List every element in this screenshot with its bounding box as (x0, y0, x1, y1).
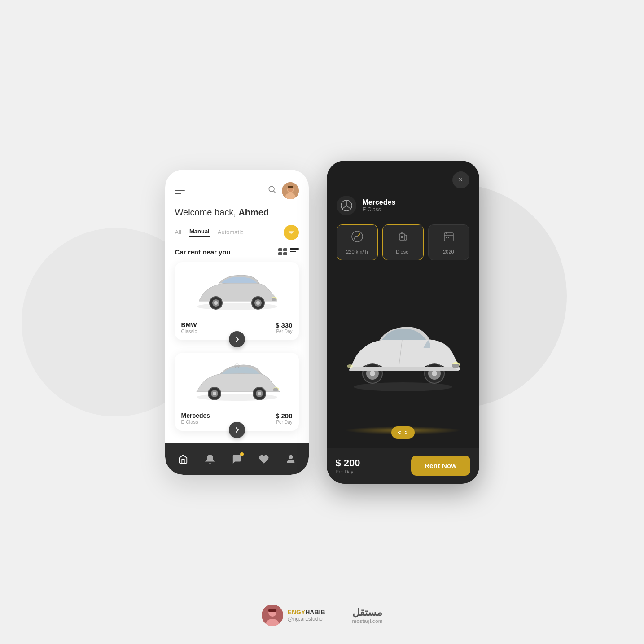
nav-home[interactable] (175, 451, 192, 468)
phone-light: Welcome back, Ahmed All Manual Automatic… (165, 170, 309, 475)
fuel-icon (397, 230, 409, 245)
menu-icon[interactable] (175, 188, 185, 194)
svg-point-0 (269, 186, 274, 192)
phone-dark: × Mercedes E Class (327, 161, 479, 484)
grid-view-icon[interactable] (278, 248, 287, 255)
svg-point-16 (256, 301, 260, 305)
svg-rect-18 (272, 298, 276, 301)
specs-row: 220 km/ h Diesel (337, 224, 469, 260)
svg-point-25 (258, 392, 261, 395)
search-icon[interactable] (267, 185, 276, 196)
svg-point-37 (356, 236, 358, 237)
brand-info: Mercedes E Class (363, 198, 396, 213)
spec-speed[interactable]: 220 km/ h (337, 224, 378, 260)
welcome-text: Welcome back, Ahmed (175, 207, 299, 218)
creator-handle: @ng.art.studio (288, 616, 325, 622)
svg-line-34 (342, 206, 346, 209)
tab-all[interactable]: All (175, 229, 181, 236)
creator-avatar (262, 605, 283, 626)
svg-rect-45 (448, 237, 449, 238)
dark-mercedes-svg (340, 320, 466, 392)
bmw-arrow-btn[interactable] (229, 331, 245, 347)
car-name-mercedes: Mercedes (181, 412, 210, 419)
svg-rect-7 (288, 231, 294, 232)
car-type-bmw: Classic (181, 329, 197, 334)
bottom-nav (165, 443, 309, 475)
svg-point-13 (214, 301, 218, 305)
car-price-bmw: $ 330 (276, 321, 293, 329)
price-block: $ 200 Per Day (336, 457, 360, 474)
svg-line-35 (346, 206, 351, 209)
header-right (267, 182, 299, 199)
brand-name: Mercedes (363, 198, 396, 206)
speedometer-icon (351, 230, 364, 245)
bmw-image (181, 267, 293, 317)
car-nav-button[interactable]: < > (391, 426, 415, 439)
svg-rect-9 (290, 233, 292, 234)
svg-rect-8 (289, 232, 293, 233)
filter-button[interactable] (284, 225, 299, 240)
close-button[interactable]: × (452, 171, 469, 188)
bmw-car-svg (190, 271, 284, 313)
svg-rect-6 (288, 186, 293, 188)
spec-fuel[interactable]: Diesel (382, 224, 424, 260)
svg-point-46 (354, 382, 452, 391)
filter-tabs: All Manual Automatic (175, 225, 299, 240)
car-card-mercedes: Mercedes E Class $ 200 Per Day (175, 353, 299, 431)
spec-speed-label: 220 km/ h (346, 249, 368, 254)
svg-rect-39 (401, 236, 403, 238)
section-header: Car rent near you (175, 248, 299, 256)
nav-favorites[interactable] (255, 451, 272, 468)
list-view-icon[interactable] (290, 248, 299, 255)
tab-automatic[interactable]: Automatic (218, 229, 244, 236)
brand-class: E Class (363, 206, 396, 213)
spec-year[interactable]: 2020 (428, 224, 469, 260)
svg-point-22 (213, 392, 216, 395)
car-price-mercedes: $ 200 (276, 412, 293, 420)
spec-fuel-label: Diesel (396, 249, 410, 254)
svg-point-31 (289, 455, 292, 458)
mercedes-arrow-btn[interactable] (229, 422, 245, 438)
message-badge (240, 452, 244, 456)
dark-per-day: Per Day (336, 469, 360, 474)
mercedes-car-svg (190, 361, 284, 404)
svg-rect-58 (452, 364, 459, 368)
mostaql-logo: مستقل mostaql.com (352, 607, 383, 624)
avatar[interactable] (282, 182, 299, 199)
svg-rect-62 (268, 609, 276, 612)
nav-notifications[interactable] (202, 451, 219, 468)
tab-manual[interactable]: Manual (189, 228, 210, 237)
brand-logo (337, 196, 356, 215)
view-icons (278, 248, 299, 255)
dark-bottom-bar: $ 200 Per Day Rent Now (327, 448, 479, 484)
car-type-mercedes: E Class (181, 419, 210, 425)
calendar-icon (442, 230, 455, 245)
prev-icon: < (398, 429, 401, 436)
creator-name: ENGYHABIB (288, 609, 325, 616)
phones-container: Welcome back, Ahmed All Manual Automatic… (165, 161, 479, 484)
rent-now-button[interactable]: Rent Now (411, 456, 470, 476)
mercedes-image (181, 358, 293, 407)
footer: ENGYHABIB @ng.art.studio مستقل mostaql.c… (262, 605, 383, 626)
creator-info: ENGYHABIB @ng.art.studio (262, 605, 325, 626)
car-name-bmw: BMW (181, 321, 197, 329)
car-perday-bmw: Per Day (276, 329, 293, 334)
svg-point-10 (197, 303, 277, 310)
car-showcase: < > (337, 269, 469, 443)
car-card-bmw: BMW Classic $ 330 Per Day (175, 262, 299, 340)
section-title: Car rent near you (175, 248, 231, 256)
svg-rect-27 (273, 388, 278, 391)
svg-line-1 (273, 191, 276, 193)
car-brand-header: Mercedes E Class (337, 196, 469, 215)
dark-price: $ 200 (336, 457, 360, 469)
svg-point-55 (432, 371, 437, 376)
svg-point-52 (370, 371, 375, 376)
next-icon: > (405, 429, 408, 436)
spec-year-label: 2020 (443, 249, 454, 254)
svg-rect-44 (446, 237, 447, 238)
header-row (175, 182, 299, 199)
car-perday-mercedes: Per Day (276, 420, 293, 425)
nav-profile[interactable] (282, 451, 299, 468)
creator-name-block: ENGYHABIB @ng.art.studio (288, 609, 325, 622)
nav-messages[interactable] (228, 451, 245, 468)
